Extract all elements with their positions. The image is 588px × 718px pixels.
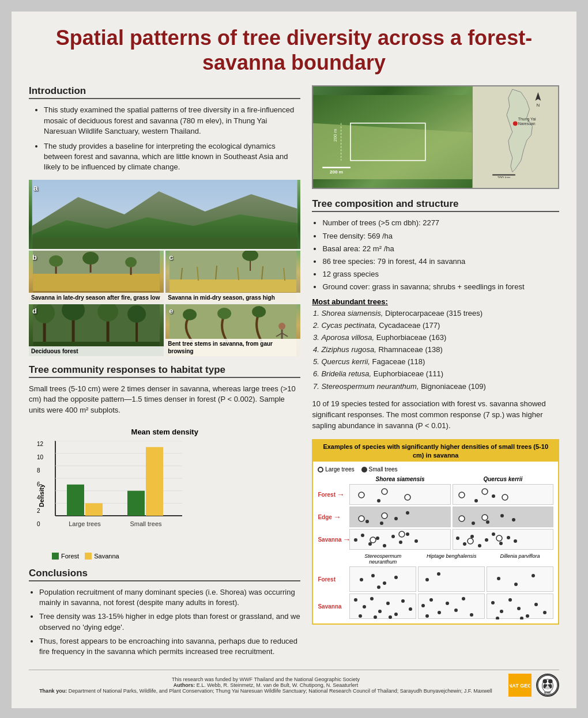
photo-row-de: d Deciduous forest xyxy=(29,304,300,356)
species-cell-forest-quercus xyxy=(453,484,553,505)
svg-point-105 xyxy=(463,542,466,546)
svg-rect-52 xyxy=(85,503,103,516)
svg-point-88 xyxy=(482,515,488,520)
comp-bullet-5: Ground cover: grass in savanna; shrubs +… xyxy=(322,282,559,292)
svg-text:Large trees: Large trees xyxy=(69,520,101,527)
svg-text:N: N xyxy=(537,103,540,108)
svg-point-104 xyxy=(456,536,459,540)
introduction-title: Introduction xyxy=(29,85,300,99)
footer: This research was funded by WWF Thailand… xyxy=(29,670,559,697)
wwf-logo: WWF xyxy=(536,674,559,697)
conclusion-1: Population recruitment of many dominant … xyxy=(39,587,300,608)
legend-forest-label: Forest xyxy=(61,553,79,560)
svg-point-78 xyxy=(502,494,508,500)
intro-bullet-2: The study provides a baseline for interp… xyxy=(44,141,300,173)
svg-point-143 xyxy=(425,614,429,618)
row-label-savanna-b: Savanna xyxy=(318,594,348,619)
svg-point-106 xyxy=(470,535,474,538)
svg-point-85 xyxy=(394,517,398,520)
comp-bullet-1: Tree density: 569 /ha xyxy=(322,231,559,241)
svg-point-77 xyxy=(482,489,488,494)
row-label-forest: Forest → xyxy=(318,484,348,505)
svg-point-98 xyxy=(391,535,395,538)
svg-point-122 xyxy=(497,577,500,580)
conclusions-title: Conclusions xyxy=(29,568,300,581)
svg-point-90 xyxy=(486,520,489,524)
svg-point-131 xyxy=(401,599,405,603)
row-label-savanna: Savanna → xyxy=(318,529,348,550)
abundant-2: Cycas pectinata, Cycadaceae (177) xyxy=(321,320,559,331)
most-abundant-label: Most abundant trees: xyxy=(312,297,559,306)
species-empty-header xyxy=(318,476,348,482)
svg-point-82 xyxy=(382,513,387,519)
svg-point-126 xyxy=(363,605,366,609)
svg-point-137 xyxy=(429,598,433,602)
introduction-section: Introduction This study examined the spa… xyxy=(29,85,300,172)
svg-point-101 xyxy=(414,539,418,543)
svg-point-103 xyxy=(399,531,405,537)
svg-point-120 xyxy=(425,578,429,581)
y-tick-2: 2 xyxy=(37,508,43,514)
species-cell-savanna-shorea xyxy=(349,529,450,550)
svg-point-72 xyxy=(359,492,364,498)
intro-bullet-1: This study examined the spatial patterns… xyxy=(44,105,300,137)
svg-point-94 xyxy=(361,534,364,537)
photo-d-caption: Deciduous forest xyxy=(29,346,164,356)
species-cell-b-savanna-stereo xyxy=(349,594,416,619)
svg-text:NAT GEO: NAT GEO xyxy=(510,683,530,689)
species-cell-edge-shorea xyxy=(349,507,450,527)
species-header-hiptage: Hiptage benghalensis xyxy=(418,553,485,565)
thankyou-line: Thank you: Department of National Parks,… xyxy=(29,688,503,694)
species-chart-box: Examples of species with significantly h… xyxy=(312,439,559,625)
species-cell-b-forest-dillenia xyxy=(487,566,553,592)
species-cell-forest-shorea xyxy=(349,484,450,505)
species-cell-b-forest-hiptage xyxy=(418,566,485,592)
species-header-stereo: Stereospermumneuranthum xyxy=(349,553,416,565)
svg-point-12 xyxy=(125,257,137,267)
species-legend: Large trees Small trees xyxy=(318,466,553,473)
comp-bullet-0: Number of trees (>5 cm dbh): 2277 xyxy=(322,218,559,228)
comp-bullet-4: 12 grass species xyxy=(322,269,559,279)
photo-d: d Deciduous forest xyxy=(29,304,164,356)
svg-point-107 xyxy=(478,544,481,547)
svg-point-65 xyxy=(513,122,518,126)
svg-text:Small trees: Small trees xyxy=(130,520,162,527)
photo-e: e Bent tree stems in savanna, from gaur … xyxy=(165,304,300,356)
abundant-3: Aporosa villosa, Euphorbiaceae (163) xyxy=(321,332,559,343)
svg-point-96 xyxy=(376,536,379,540)
photo-a-label: a xyxy=(33,183,38,192)
y-tick-0: 0 xyxy=(37,521,43,527)
svg-point-123 xyxy=(514,583,518,586)
photo-d-label: d xyxy=(32,307,37,315)
svg-point-130 xyxy=(394,613,398,616)
legend-large-trees: Large trees xyxy=(318,466,354,473)
svg-point-108 xyxy=(485,538,488,542)
svg-point-93 xyxy=(354,538,357,542)
svg-point-129 xyxy=(386,602,390,605)
funding-text: This research was funded by WWF Thailand… xyxy=(29,677,503,682)
svg-point-159 xyxy=(548,679,553,684)
svg-point-117 xyxy=(383,581,386,585)
svg-text:200 km: 200 km xyxy=(497,176,511,178)
species-top-grid: Shorea siamensis Quercus kerrii Forest → xyxy=(318,476,553,550)
svg-point-99 xyxy=(399,541,402,544)
svg-point-139 xyxy=(446,602,449,605)
map-aerial: 200 m 200 m xyxy=(313,86,472,188)
conclusion-3: Thus, forest appears to be encroaching i… xyxy=(39,636,300,657)
species-bottom-empty xyxy=(318,553,348,565)
association-text: 10 of 19 species tested for association … xyxy=(312,399,559,432)
svg-point-92 xyxy=(512,518,515,522)
abundant-6: Bridelia retusa, Euphorbiaceae (111) xyxy=(321,369,559,379)
conclusions-section: Conclusions Population recruitment of ma… xyxy=(29,568,300,657)
legend-savanna-label: Savanna xyxy=(94,553,119,560)
svg-marker-70 xyxy=(536,92,541,101)
photo-e-caption: Bent tree stems in savanna, from gaur br… xyxy=(165,339,300,356)
svg-point-75 xyxy=(377,499,380,502)
svg-point-121 xyxy=(437,572,440,576)
poster-title: Spatial patterns of tree diversity acros… xyxy=(29,25,559,75)
svg-point-97 xyxy=(383,544,386,547)
comp-bullet-3: 86 tree species: 79 in forest, 44 in sav… xyxy=(322,256,559,267)
svg-point-163 xyxy=(546,685,548,686)
photo-a: a xyxy=(29,180,300,249)
svg-point-33 xyxy=(127,305,146,323)
